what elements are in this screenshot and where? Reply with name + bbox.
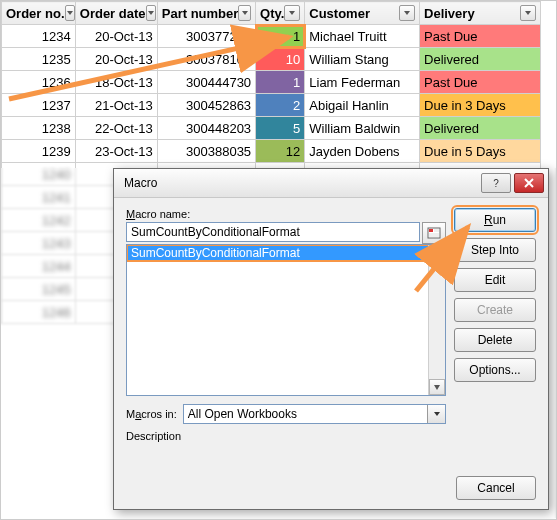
cell-delivery[interactable]: Past Due xyxy=(420,71,541,94)
dialog-titlebar[interactable]: Macro ? xyxy=(114,169,548,198)
column-header-3[interactable]: Qty. xyxy=(256,2,305,25)
cell-customer[interactable]: William Baldwin xyxy=(305,117,420,140)
filter-dropdown-icon[interactable] xyxy=(146,5,156,21)
filter-dropdown-icon[interactable] xyxy=(238,5,251,21)
cell-qty[interactable]: 2 xyxy=(256,94,305,117)
list-scrollbar[interactable] xyxy=(428,245,445,395)
filter-dropdown-icon[interactable] xyxy=(284,5,300,21)
cell-order-no[interactable]: 1236 xyxy=(2,71,76,94)
cell-qty[interactable]: 5 xyxy=(256,117,305,140)
table-row[interactable]: 123520-Oct-1330037810710William StangDel… xyxy=(2,48,541,71)
cell-customer[interactable]: Liam Federman xyxy=(305,71,420,94)
cell-delivery[interactable]: Delivered xyxy=(420,117,541,140)
column-label: Qty. xyxy=(260,6,284,21)
cell-order-no[interactable]: 1237 xyxy=(2,94,76,117)
edit-button[interactable]: Edit xyxy=(454,268,536,292)
table-row[interactable]: 123420-Oct-133003772221Michael TruittPas… xyxy=(2,25,541,48)
column-header-0[interactable]: Order no. xyxy=(2,2,76,25)
cell-qty[interactable]: 12 xyxy=(256,140,305,163)
svg-rect-5 xyxy=(429,233,439,237)
cell-delivery[interactable]: Past Due xyxy=(420,25,541,48)
cell-part-number[interactable]: 300452863 xyxy=(157,94,255,117)
cell-order-no[interactable]: 1234 xyxy=(2,25,76,48)
macro-list-item[interactable]: SumCountByConditionalFormat xyxy=(127,245,445,261)
cell-customer[interactable]: William Stang xyxy=(305,48,420,71)
column-header-1[interactable]: Order date xyxy=(75,2,157,25)
cell-qty[interactable]: 1 xyxy=(256,71,305,94)
cell-order-no[interactable]: 1239 xyxy=(2,140,76,163)
cell-order-date[interactable]: 23-Oct-13 xyxy=(75,140,157,163)
column-label: Order no. xyxy=(6,6,65,21)
cell-part-number[interactable]: 300388035 xyxy=(157,140,255,163)
cell-part-number[interactable]: 300377222 xyxy=(157,25,255,48)
table-row[interactable]: 123822-Oct-133004482035William BaldwinDe… xyxy=(2,117,541,140)
cell-delivery[interactable]: Due in 5 Days xyxy=(420,140,541,163)
column-header-5[interactable]: Delivery xyxy=(420,2,541,25)
cell-order-date[interactable]: 20-Oct-13 xyxy=(75,48,157,71)
filter-dropdown-icon[interactable] xyxy=(65,5,75,21)
cell-part-number[interactable]: 300378107 xyxy=(157,48,255,71)
dialog-title: Macro xyxy=(124,176,157,190)
scroll-up-button[interactable] xyxy=(429,245,445,263)
cell-customer[interactable]: Michael Truitt xyxy=(305,25,420,48)
macro-dialog: Macro ? Macro name: SumCountByCond xyxy=(113,168,549,510)
macro-name-label: Macro name: xyxy=(126,208,446,220)
macros-in-value: All Open Workbooks xyxy=(188,407,297,421)
cell-order-date[interactable]: 20-Oct-13 xyxy=(75,25,157,48)
macro-name-input[interactable] xyxy=(126,222,420,242)
table-row[interactable]: 123923-Oct-1330038803512Jayden DobensDue… xyxy=(2,140,541,163)
cell-customer[interactable]: Jayden Dobens xyxy=(305,140,420,163)
cell-part-number[interactable]: 300448203 xyxy=(157,117,255,140)
delete-button[interactable]: Delete xyxy=(454,328,536,352)
cell-qty[interactable]: 1 xyxy=(256,25,305,48)
cell-order-no[interactable]: 1235 xyxy=(2,48,76,71)
cell-order-no[interactable]: 1238 xyxy=(2,117,76,140)
description-label: Description xyxy=(126,430,446,442)
column-label: Customer xyxy=(309,6,370,21)
cell-delivery[interactable]: Delivered xyxy=(420,48,541,71)
column-label: Part number xyxy=(162,6,239,21)
svg-text:?: ? xyxy=(493,178,499,189)
options-button[interactable]: Options... xyxy=(454,358,536,382)
table-row[interactable]: 123721-Oct-133004528632Abigail HanlinDue… xyxy=(2,94,541,117)
step-into-button[interactable]: Step Into xyxy=(454,238,536,262)
macros-in-label: Macros in: xyxy=(126,408,177,420)
column-header-2[interactable]: Part number xyxy=(157,2,255,25)
column-label: Delivery xyxy=(424,6,475,21)
help-button[interactable]: ? xyxy=(481,173,511,193)
macros-in-combo[interactable]: All Open Workbooks xyxy=(183,404,446,424)
cell-order-date[interactable]: 18-Oct-13 xyxy=(75,71,157,94)
cell-part-number[interactable]: 300444730 xyxy=(157,71,255,94)
filter-dropdown-icon[interactable] xyxy=(520,5,536,21)
macro-listbox[interactable]: SumCountByConditionalFormat xyxy=(126,244,446,396)
close-button[interactable] xyxy=(514,173,544,193)
cell-qty[interactable]: 10 xyxy=(256,48,305,71)
run-button[interactable]: Run xyxy=(454,208,536,232)
svg-rect-3 xyxy=(429,229,433,232)
create-button: Create xyxy=(454,298,536,322)
column-header-4[interactable]: Customer xyxy=(305,2,420,25)
cell-order-date[interactable]: 22-Oct-13 xyxy=(75,117,157,140)
cancel-button[interactable]: Cancel xyxy=(456,476,536,500)
chevron-down-icon[interactable] xyxy=(427,405,445,423)
cell-customer[interactable]: Abigail Hanlin xyxy=(305,94,420,117)
column-label: Order date xyxy=(80,6,146,21)
filter-dropdown-icon[interactable] xyxy=(399,5,415,21)
table-row[interactable]: 123618-Oct-133004447301Liam FedermanPast… xyxy=(2,71,541,94)
cell-order-date[interactable]: 21-Oct-13 xyxy=(75,94,157,117)
range-reference-button[interactable] xyxy=(422,222,446,244)
cell-delivery[interactable]: Due in 3 Days xyxy=(420,94,541,117)
scroll-down-button[interactable] xyxy=(429,379,445,395)
svg-rect-4 xyxy=(434,229,439,232)
